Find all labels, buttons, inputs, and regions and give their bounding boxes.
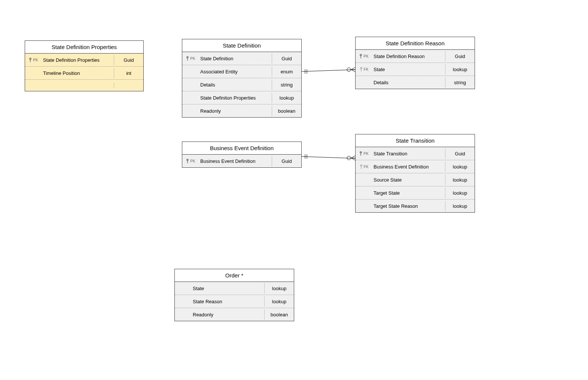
svg-rect-5 (360, 56, 361, 58)
svg-rect-9 (187, 161, 188, 163)
key-icon (359, 54, 363, 59)
svg-rect-7 (361, 69, 362, 72)
key-column: FK (356, 67, 372, 72)
entity-row: State lookup (175, 282, 294, 295)
field-name: State (191, 283, 264, 294)
field-type: boolean (272, 106, 301, 116)
connector-bizevent-to-transition (301, 154, 355, 160)
key-column: PK (182, 56, 199, 61)
entity-row: PK State Definition Reason Guid (356, 50, 475, 63)
field-name: State Definition Properties (42, 55, 114, 65)
field-name: Target State (372, 188, 445, 198)
field-name: Readonly (191, 310, 264, 320)
svg-line-18 (351, 67, 355, 70)
entity-title: State Transition (356, 134, 475, 147)
svg-rect-3 (187, 58, 188, 61)
entity-state-definition-reason: State Definition Reason PK State Definit… (355, 37, 475, 89)
field-name: State Definiton Properties (199, 93, 272, 103)
field-type: lookup (445, 175, 475, 185)
entity-row: PK State Transition Guid (356, 147, 475, 160)
key-label: PK (363, 54, 368, 58)
field-type: int (114, 68, 143, 78)
field-type: boolean (264, 310, 294, 320)
field-type: string (445, 77, 475, 88)
svg-line-14 (301, 70, 355, 72)
key-label: PK (190, 159, 195, 163)
entity-title: State Definition Properties (25, 41, 143, 54)
key-label: PK (33, 58, 38, 62)
field-type: Guid (272, 54, 301, 64)
key-icon (359, 67, 363, 72)
entity-title: Order * (175, 269, 294, 282)
svg-line-21 (301, 156, 355, 158)
entity-row: FK Business Event Definition lookup (356, 160, 475, 173)
field-type: lookup (264, 283, 294, 294)
entity-row: PK Business Event Definition Guid (182, 155, 301, 167)
field-name: Readonly (199, 106, 272, 116)
key-column: FK (356, 164, 372, 169)
key-column: PK (25, 57, 42, 63)
svg-line-20 (351, 70, 355, 72)
entity-spacer-row (25, 80, 143, 91)
field-name: Timeline Position (42, 68, 114, 78)
field-name: State Definition Reason (372, 51, 445, 61)
svg-rect-13 (361, 166, 362, 169)
key-icon (186, 158, 189, 164)
field-name: Target State Reason (372, 201, 445, 211)
field-name: State (372, 64, 445, 75)
key-label: FK (364, 165, 369, 169)
key-icon (359, 151, 363, 156)
field-type: lookup (445, 162, 475, 172)
field-name: Business Event Definition (199, 156, 272, 166)
entity-row: Associated Entity enum (182, 65, 301, 78)
field-type: Guid (445, 149, 475, 159)
entity-row: Readonly boolean (182, 104, 301, 117)
field-type: Guid (272, 156, 301, 166)
field-name: State Transition (372, 149, 445, 159)
entity-row: Source State lookup (356, 173, 475, 186)
field-name: Details (199, 80, 272, 90)
key-label: PK (363, 152, 368, 156)
key-icon (359, 164, 363, 169)
field-type: string (272, 80, 301, 90)
entity-row: FK State lookup (356, 63, 475, 76)
field-name: Source State (372, 175, 445, 185)
field-name: State Reason (191, 297, 264, 307)
field-type: lookup (272, 93, 301, 103)
field-name: State Definition (199, 54, 272, 64)
key-column: PK (356, 54, 372, 59)
key-label: FK (364, 67, 369, 72)
field-type: lookup (445, 64, 475, 75)
key-column: PK (182, 158, 199, 164)
field-type: lookup (445, 201, 475, 211)
svg-rect-1 (30, 60, 31, 62)
field-type: Guid (114, 55, 143, 65)
svg-point-24 (347, 156, 351, 160)
entity-row: State Reason lookup (175, 295, 294, 308)
field-type: lookup (445, 188, 475, 198)
field-type: lookup (264, 297, 294, 307)
key-column: PK (356, 151, 372, 156)
entity-business-event-definition: Business Event Definition PK Business Ev… (182, 142, 302, 168)
key-icon (28, 57, 32, 63)
entity-state-definition: State Definition PK State Definition Gui… (182, 39, 302, 118)
entity-state-transition: State Transition PK State Transition Gui… (355, 134, 475, 213)
entity-row: Target State Reason lookup (356, 200, 475, 212)
field-type: enum (272, 67, 301, 77)
entity-row: State Definiton Properties lookup (182, 91, 301, 104)
entity-title: State Definition (182, 39, 301, 52)
entity-state-definition-properties: State Definition Properties PK State Def… (25, 40, 144, 91)
field-name: Business Event Definition (372, 162, 445, 172)
entity-row: Readonly boolean (175, 308, 294, 321)
field-type: Guid (445, 51, 475, 61)
entity-row: Details string (356, 76, 475, 89)
connector-statedef-to-reason (301, 67, 355, 74)
entity-row: Target State lookup (356, 186, 475, 200)
field-name: Details (372, 77, 445, 88)
svg-line-25 (351, 156, 355, 158)
svg-rect-11 (360, 153, 361, 156)
key-icon (186, 56, 189, 61)
entity-title: State Definition Reason (356, 37, 475, 50)
entity-row: Timeline Position int (25, 67, 143, 80)
svg-line-27 (351, 158, 355, 160)
